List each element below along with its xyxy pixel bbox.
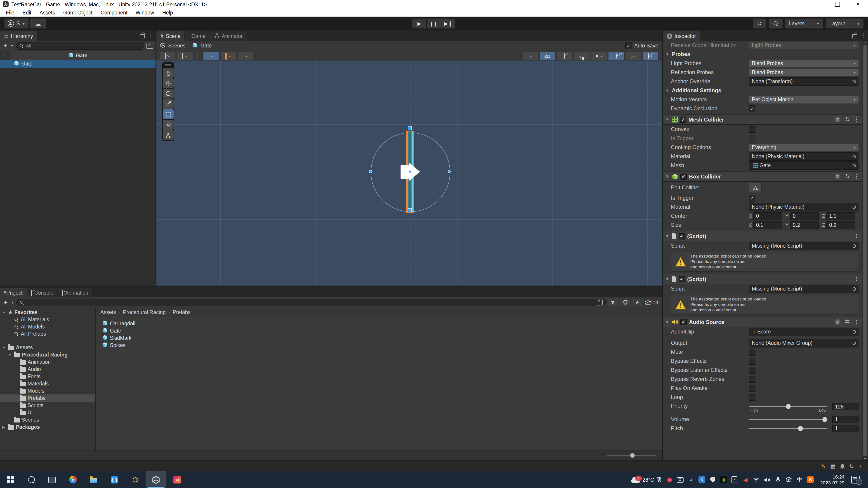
tree-item-packages[interactable]: ▶Packages — [0, 423, 95, 431]
rect-tool-button[interactable] — [163, 109, 174, 119]
camera-button[interactable]: ▼ — [626, 52, 641, 60]
lock-icon[interactable] — [852, 34, 857, 38]
foldout-arrow-icon[interactable]: ▼ — [665, 174, 670, 178]
tray-view3d-icon[interactable] — [785, 476, 793, 484]
tab-hierarchy[interactable]: ☰Hierarchy — [0, 31, 37, 41]
checkbox-bypass-effects[interactable] — [749, 358, 755, 364]
dropdown-cooking-options[interactable]: Everything▼ — [749, 143, 859, 151]
taskbar-app-search[interactable] — [21, 471, 41, 488]
add-object-button[interactable]: ＋ — [2, 41, 8, 50]
number-field-x[interactable]: 0.1 — [753, 221, 782, 229]
object-picker-icon[interactable]: ⊙ — [850, 153, 858, 160]
slider-pitch[interactable] — [749, 425, 827, 432]
ruler-button[interactable]: ▼ — [238, 52, 253, 60]
foldout-arrow-icon[interactable]: ▼ — [2, 310, 6, 314]
open-search-window-icon[interactable] — [596, 299, 602, 305]
grid-snap-button[interactable]: ▼ — [204, 52, 219, 60]
tab-project[interactable]: Project — [0, 288, 27, 297]
hidden-items-toggle[interactable]: 14 — [645, 300, 659, 305]
add-dropdown-icon[interactable]: ▼ — [10, 44, 13, 47]
checkbox-bypass-listener-effects[interactable] — [749, 367, 755, 373]
object-picker-icon[interactable]: ⊙ — [850, 328, 858, 335]
checkbox-dynamic-occlusion[interactable]: ✓ — [749, 105, 755, 112]
object-picker-icon[interactable]: ⊙ — [850, 285, 858, 293]
tray-nvidia-icon[interactable]: ◉ — [720, 476, 727, 484]
help-icon[interactable]: ? — [835, 319, 840, 325]
tab-scene[interactable]: #Scene — [156, 31, 185, 41]
menu-item-component[interactable]: Component — [96, 10, 131, 15]
search-everywhere-button[interactable] — [769, 19, 782, 29]
lock-icon[interactable] — [140, 34, 145, 38]
component-header-mesh-collider[interactable]: ▼✓Mesh Collider?⋮ — [663, 114, 862, 125]
rect-handle-right[interactable] — [447, 170, 451, 173]
undo-history-button[interactable]: ↺ — [753, 19, 766, 29]
slider-value-pitch[interactable]: 1 — [832, 424, 859, 432]
kebab-menu-icon[interactable]: ⋮ — [854, 276, 859, 282]
progress-circle-icon[interactable]: ◔ — [859, 463, 862, 469]
tree-item-all-models[interactable]: All Models — [0, 323, 95, 330]
kebab-menu-icon[interactable]: ⋮ — [854, 233, 859, 239]
menu-item-help[interactable]: Help — [158, 10, 177, 15]
checkbox-is-trigger[interactable]: ✓ — [749, 195, 755, 201]
shading-button[interactable]: ▼ — [523, 52, 538, 60]
menu-item-edit[interactable]: Edit — [18, 10, 35, 15]
rect-handle-top[interactable] — [408, 126, 412, 130]
custom-tool-button[interactable] — [163, 130, 174, 140]
object-field-audioclip[interactable]: ♪Score⊙ — [749, 327, 859, 336]
tree-item-fonts[interactable]: Fonts — [0, 373, 95, 380]
maximize-button[interactable] — [827, 0, 848, 8]
slider-value-volume[interactable]: 1 — [832, 416, 859, 423]
tree-item-assets[interactable]: ▼Assets — [0, 344, 95, 351]
drag-handle[interactable] — [162, 62, 174, 67]
component-header-audio-source[interactable]: ▼✓Audio Source?⋮ — [663, 317, 862, 327]
taskbar-clock[interactable]: 16:24 2023-07-29 — [820, 474, 844, 486]
number-field-y[interactable]: 0 — [790, 212, 819, 220]
breadcrumb-prefabs[interactable]: Prefabs — [173, 309, 191, 315]
tray-cone-icon[interactable]: ◀ — [742, 476, 749, 484]
minimize-button[interactable]: — — [807, 0, 827, 8]
magnet-button[interactable]: ▼ — [221, 52, 236, 60]
component-header-box-collider[interactable]: ▼✓Box Collider?⋮ — [663, 171, 862, 182]
scene-viewport[interactable] — [156, 61, 662, 286]
foldout-arrow-icon[interactable]: ▼ — [665, 234, 670, 238]
inspector-scrollbar[interactable]: ▲▼ — [862, 41, 868, 460]
project-search-input[interactable] — [16, 298, 606, 306]
bell-icon[interactable] — [840, 464, 845, 469]
gizmos-button[interactable]: ▼ — [643, 52, 658, 60]
help-icon[interactable]: ? — [835, 117, 840, 123]
taskbar-app-explorer[interactable] — [83, 471, 104, 488]
kebab-menu-icon[interactable]: ⋮ — [861, 32, 866, 38]
tab-console[interactable]: Console — [27, 288, 57, 297]
taskbar-app-windows[interactable] — [0, 471, 21, 488]
kebab-menu-icon[interactable]: ⋮ — [854, 173, 859, 180]
object-picker-icon[interactable]: ⊙ — [850, 339, 858, 347]
breadcrumb-assets[interactable]: Assets — [100, 309, 116, 315]
object-field-anchor-override[interactable]: None (Transform)⊙ — [749, 77, 859, 86]
tray-ime-icon[interactable]: 中 — [796, 476, 804, 484]
breadcrumb-procedural-racing[interactable]: Procedural Racing — [123, 309, 166, 315]
audio-mute-button[interactable] — [574, 52, 590, 60]
tab-inspector[interactable]: iInspector — [663, 31, 700, 41]
layers-dropdown[interactable]: Layers▼ — [785, 19, 823, 29]
taskbar-app-unity[interactable] — [146, 471, 166, 488]
foldout-arrow-icon[interactable]: ▼ — [8, 353, 12, 357]
search-by-type-button[interactable] — [608, 298, 618, 306]
tray-sogou-icon[interactable]: S — [807, 476, 814, 484]
tree-item-materials[interactable]: Materials — [0, 380, 95, 387]
checkbox-bypass-reverb-zones[interactable] — [749, 376, 755, 383]
section-header-additional-settings[interactable]: ▼Additional Settings — [663, 86, 862, 95]
taskbar-app-chrome[interactable] — [62, 471, 83, 488]
hierarchy-search-input[interactable]: All — [16, 42, 144, 50]
tray-mic-icon[interactable] — [774, 476, 782, 484]
component-enabled-checkbox[interactable]: ✓ — [680, 319, 687, 325]
presets-icon[interactable] — [844, 173, 850, 180]
taskbar-app-vscode[interactable]: ❮❯ — [104, 471, 125, 488]
checkbox-play-on-awake[interactable] — [749, 385, 755, 392]
slider-volume[interactable] — [749, 416, 827, 423]
foldout-arrow-icon[interactable]: ▼ — [665, 118, 670, 122]
rotate-tool-button[interactable] — [163, 89, 174, 98]
menu-item-file[interactable]: File — [2, 10, 18, 15]
paint-progress-icon[interactable]: ✎ — [821, 463, 826, 469]
slider-thumb[interactable] — [630, 453, 634, 458]
component-header--script-[interactable]: ▼✓(Script)⋮ — [663, 231, 862, 241]
